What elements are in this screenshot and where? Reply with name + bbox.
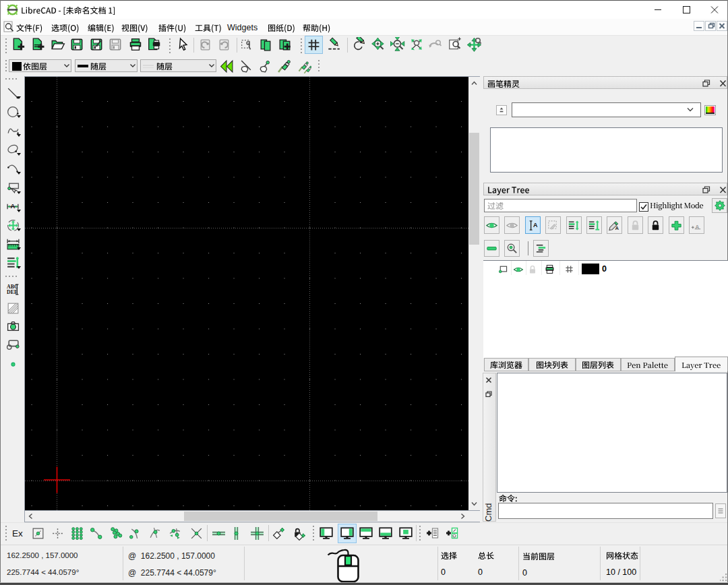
- svg-text:A: A: [10, 202, 15, 210]
- svg-text:A: A: [533, 222, 538, 228]
- svg-text:A: A: [615, 225, 619, 231]
